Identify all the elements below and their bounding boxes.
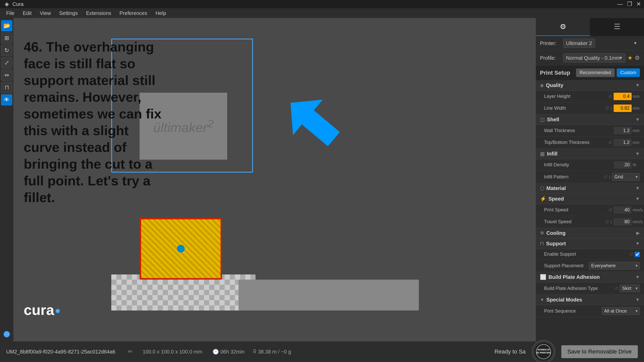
profile-settings-icon: ⚙ [635, 55, 640, 61]
layer-height-reset-icon[interactable]: ↺ [608, 94, 612, 99]
adhesion-type-select[interactable]: Skirt Brim Raft None [620, 285, 640, 292]
section-speed[interactable]: ⚡ Speed ▼ [536, 194, 644, 204]
filament-text: ⠿ 38.38 m / ~0 g [253, 349, 291, 355]
line-width-input[interactable] [614, 105, 632, 112]
menu-view[interactable]: View [36, 8, 55, 18]
toolbar-view-button[interactable]: ⊞ [1, 32, 12, 44]
adhesion-type-reset-icon[interactable]: ↺ [614, 286, 618, 291]
save-button[interactable]: Save to Removable Drive [561, 345, 638, 358]
travel-speed-unit: mm/s [633, 220, 640, 224]
printer-select[interactable]: Ultimaker 2 [563, 39, 595, 48]
topbottom-thickness-unit: mm [633, 140, 640, 145]
shell-chevron: ▼ [635, 117, 640, 122]
custom-button[interactable]: Custom [617, 68, 640, 77]
infill-icon: ▦ [540, 151, 545, 157]
print-time-text: 🕐 06h 32min [213, 349, 244, 355]
toolbar-support-button[interactable]: ⊓ [1, 82, 12, 93]
infill-pattern-info-icon: ℹ [609, 175, 611, 179]
left-toolbar: 📂 ⊞ ↻ ⤢ ⇔ ⊓ 👁 [0, 18, 13, 341]
recommended-button[interactable]: Recommended [576, 68, 615, 77]
close-button[interactable]: ✕ [636, 1, 641, 7]
window-controls[interactable]: — ❐ ✕ [617, 1, 641, 7]
print-sequence-select[interactable]: All at Once One at a Time [602, 307, 640, 315]
main-layout: 📂 ⊞ ↻ ⤢ ⇔ ⊓ 👁 46. The overhanging face i… [0, 18, 644, 341]
setting-adhesion-type: Build Plate Adhesion Type ↺ Skirt Brim R… [536, 282, 644, 295]
print-speed-reset-icon[interactable]: ↺ [608, 207, 612, 213]
toolbar-rotate-button[interactable]: ↻ [1, 45, 12, 56]
edit-filename-icon[interactable]: ✏ [128, 348, 132, 355]
profile-select[interactable]: Normal Quality - 0.1mm [563, 53, 625, 63]
support-placement-select-wrap: Everywhere Touching Build Plate [589, 262, 640, 270]
toolbar-eye-button[interactable]: 👁 [1, 94, 12, 106]
support-placement-label: Support Placement [544, 263, 589, 269]
infill-pattern-select-wrap: Grid Lines Triangles [612, 173, 640, 181]
wall-thickness-input[interactable] [614, 127, 632, 134]
maximize-button[interactable]: ❐ [627, 1, 632, 7]
layer-height-input[interactable] [614, 93, 632, 100]
profile-field: Profile: Normal Quality - 0.1mm ★ ⚙ [536, 51, 644, 65]
toolbar-scale-button[interactable]: ⤢ [1, 57, 12, 68]
viewport[interactable]: 46. The overhanging face is still flat s… [13, 18, 536, 341]
section-infill[interactable]: ▦ Infill ▼ [536, 149, 644, 159]
menu-preferences[interactable]: Preferences [115, 8, 151, 18]
line-width-info-icon: ℹ [611, 106, 612, 111]
section-cooling[interactable]: ❄ Cooling ▶ [536, 228, 644, 238]
section-build-plate-adhesion[interactable]: ⬜ Build Plate Adhesion ▼ [536, 272, 644, 282]
wi3dp-logo-svg: WOMEN IN 3D PRINTING [533, 341, 554, 362]
travel-speed-input[interactable] [614, 218, 632, 226]
special-modes-title: Special Modes [546, 297, 635, 303]
section-material[interactable]: ⬡ Material ▼ [536, 183, 644, 194]
tab-preview[interactable]: ☰ [590, 18, 644, 36]
infill-pattern-reset-icon[interactable]: ↺ [604, 174, 607, 180]
arrow-shape [276, 85, 349, 157]
printed-model [140, 218, 222, 280]
enable-support-reset-icon[interactable]: ↺ [629, 252, 633, 257]
adhesion-type-label: Build Plate Adhesion Type [544, 286, 614, 291]
section-quality[interactable]: ◈ Quality ▼ [536, 80, 644, 91]
travel-speed-reset-icon[interactable]: ↺ [605, 219, 609, 225]
print-setup-header: Print Setup Recommended Custom [536, 65, 644, 80]
infill-density-input[interactable] [614, 161, 632, 169]
menu-extensions[interactable]: Extensions [82, 8, 115, 18]
speed-icon: ⚡ [540, 196, 546, 202]
print-speed-input[interactable] [614, 206, 632, 214]
setting-travel-speed: Travel Speed ↺ ℹ mm/s [536, 216, 644, 228]
line-width-label: Line Width [544, 106, 605, 111]
menu-settings[interactable]: Settings [55, 8, 82, 18]
setting-layer-height: Layer Height ↺ mm [536, 91, 644, 102]
overlay-text: 46. The overhanging face is still flat s… [24, 39, 165, 206]
adhesion-chevron: ▼ [635, 274, 640, 280]
setting-infill-pattern: Infill Pattern ↺ ℹ Grid Lines Triangles [536, 171, 644, 183]
toolbar-dot [4, 331, 10, 337]
menu-file[interactable]: File [2, 8, 19, 18]
svg-text:WOMEN IN: WOMEN IN [537, 348, 549, 351]
cooling-icon: ❄ [540, 230, 544, 236]
model-center-dot [177, 245, 185, 253]
material-title: Material [546, 185, 635, 191]
profile-label: Profile: [540, 55, 563, 61]
layer-height-unit: mm [633, 94, 640, 99]
toolbar-open-button[interactable]: 📂 [1, 20, 12, 31]
minimize-button[interactable]: — [617, 1, 623, 7]
support-icon: ⊓ [540, 240, 544, 247]
menu-help[interactable]: Help [151, 8, 170, 18]
print-speed-unit: mm/s [633, 208, 640, 212]
print-sequence-label: Print Sequence [544, 308, 602, 314]
infill-pattern-select[interactable]: Grid Lines Triangles [612, 173, 640, 181]
ready-text: Ready to Sa [494, 348, 526, 355]
quality-chevron: ▼ [635, 83, 640, 88]
line-width-reset-icon[interactable]: ↺ [605, 106, 609, 111]
topbottom-reset-icon[interactable]: ↺ [608, 140, 612, 145]
support-placement-select[interactable]: Everywhere Touching Build Plate [589, 262, 640, 270]
wall-thickness-unit: mm [633, 128, 640, 133]
menu-edit[interactable]: Edit [19, 8, 36, 18]
section-shell[interactable]: ◫ Shell ▼ [536, 114, 644, 125]
topbottom-thickness-input[interactable] [614, 139, 632, 146]
section-special-modes[interactable]: ✦ Special Modes ▼ [536, 295, 644, 305]
section-support[interactable]: ⊓ Support ▼ [536, 238, 644, 249]
tab-settings[interactable]: ⚙ [536, 18, 590, 36]
shell-title: Shell [547, 117, 635, 123]
wall-thickness-label: Wall Thickness [544, 128, 614, 133]
enable-support-checkbox[interactable] [635, 252, 640, 257]
toolbar-mirror-button[interactable]: ⇔ [1, 70, 12, 81]
